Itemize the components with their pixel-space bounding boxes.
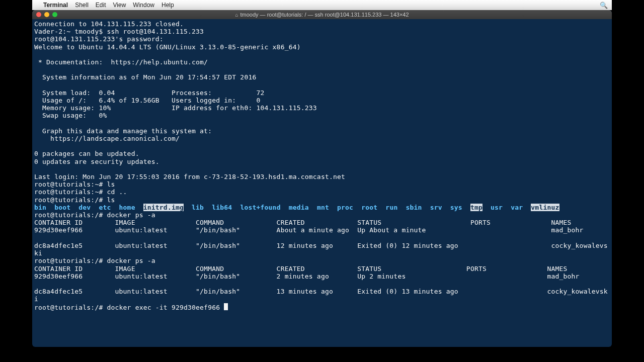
terminal-line: Vader-2:~ tmoody$ ssh root@104.131.115.2…: [34, 28, 204, 35]
terminal-line: root@tutorials:/# docker ps -a: [34, 211, 155, 219]
menubar-item-view[interactable]: View: [113, 2, 126, 9]
docker-row: dc8a4dfec1e5 ubuntu:latest "/bin/bash" 1…: [34, 242, 608, 249]
ls-highlight-tmp: tmp: [470, 204, 482, 211]
ls-symlink: vmlinuz: [531, 204, 559, 211]
ls-symlink: initrd.img: [143, 204, 184, 211]
terminal-line: Memory usage: 10% IP address for eth0: 1…: [34, 104, 317, 112]
home-icon: ⌂: [235, 12, 238, 18]
spotlight-search-icon[interactable]: 🔍: [600, 2, 608, 9]
ls-dir: bin boot dev etc home: [34, 204, 143, 211]
docker-header: CONTAINER ID IMAGE COMMAND CREATED STATU…: [34, 265, 568, 273]
titlebar[interactable]: ⌂tmoody — root@tutorials: / — ssh root@1…: [32, 10, 612, 19]
menubar[interactable]: Terminal Shell Edit View Window Help 🔍: [32, 0, 612, 10]
terminal-prompt: root@tutorials:/# docker exec -it 929d30…: [34, 304, 224, 311]
terminal-line: 0 packages can be updated.: [34, 150, 139, 157]
terminal-line: Graph this data and manage this system a…: [34, 127, 212, 135]
docker-row: dc8a4dfec1e5 ubuntu:latest "/bin/bash" 1…: [34, 288, 608, 295]
minimize-button[interactable]: [44, 12, 49, 17]
menubar-item-edit[interactable]: Edit: [96, 2, 106, 9]
docker-row-wrap: ki: [34, 249, 42, 257]
terminal-line: https://landscape.canonical.com/: [34, 135, 180, 142]
terminal-line: root@tutorials:~# cd ..: [34, 188, 127, 196]
terminal-window: ⌂tmoody — root@tutorials: / — ssh root@1…: [32, 10, 612, 347]
terminal-line: System information as of Mon Jun 20 17:5…: [34, 73, 256, 81]
terminal-line: root@tutorials:~# ls: [34, 180, 115, 188]
docker-row-wrap: i: [34, 295, 38, 303]
menubar-item-help[interactable]: Help: [162, 2, 174, 9]
terminal-line: Connection to 104.131.115.233 closed.: [34, 20, 184, 28]
ls-dir: usr var: [482, 204, 531, 211]
docker-row: 929d30eef966 ubuntu:latest "/bin/bash" A…: [34, 226, 584, 234]
maximize-button[interactable]: [52, 12, 57, 17]
menubar-app-name[interactable]: Terminal: [43, 2, 68, 9]
menubar-item-window[interactable]: Window: [133, 2, 154, 9]
docker-row: 929d30eef966 ubuntu:latest "/bin/bash" 2…: [34, 273, 580, 280]
docker-header: CONTAINER ID IMAGE COMMAND CREATED STATU…: [34, 219, 572, 226]
traffic-lights: [32, 12, 57, 17]
terminal-line: * Documentation: https://help.ubuntu.com…: [34, 58, 208, 66]
terminal-line: Welcome to Ubuntu 14.04.4 LTS (GNU/Linux…: [34, 43, 301, 51]
terminal-line: System load: 0.04 Processes: 72: [34, 89, 265, 97]
terminal-line: root@tutorials:/# docker ps -a: [34, 257, 155, 264]
close-button[interactable]: [36, 12, 41, 17]
menubar-item-shell[interactable]: Shell: [75, 2, 89, 9]
terminal-line: Usage of /: 6.4% of 19.56GB Users logged…: [34, 97, 261, 104]
terminal-line: root@tutorials:/# ls: [34, 196, 115, 204]
terminal-line: 0 updates are security updates.: [34, 158, 159, 165]
window-title: ⌂tmoody — root@tutorials: / — ssh root@1…: [32, 12, 612, 18]
terminal-line: Last login: Mon Jun 20 17:55:03 2016 fro…: [34, 173, 345, 180]
terminal-content[interactable]: Connection to 104.131.115.233 closed. Va…: [32, 19, 612, 312]
terminal-line: Swap usage: 0%: [34, 112, 107, 119]
ls-dir: lib lib64 lost+found media mnt proc root…: [184, 204, 470, 211]
cursor: [224, 303, 228, 310]
terminal-line: root@104.131.115.233's password:: [34, 35, 164, 43]
